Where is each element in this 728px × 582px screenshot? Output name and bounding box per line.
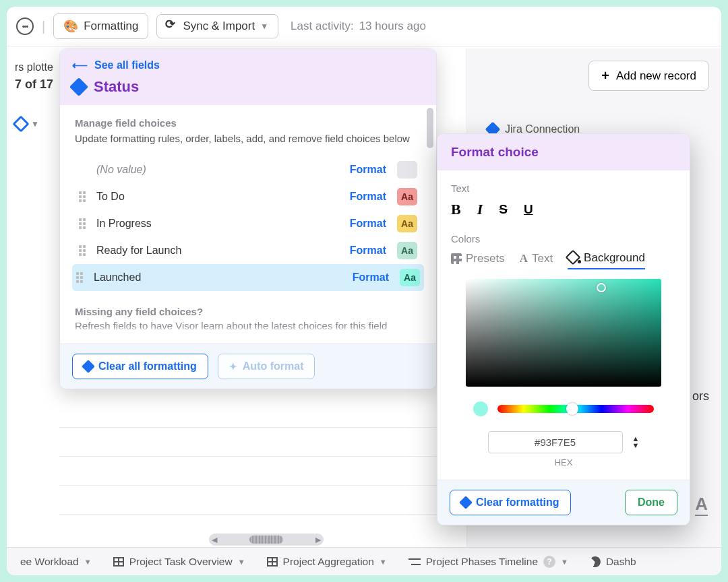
scroll-right-icon[interactable]: ▶: [315, 536, 321, 544]
swatch: Aa: [397, 215, 417, 232]
missing-heading: Missing any field choices?: [75, 306, 421, 317]
chevron-down-icon: ▼: [260, 22, 268, 31]
sv-cursor[interactable]: [597, 283, 606, 292]
formatting-button[interactable]: 🎨 Formatting: [53, 13, 148, 39]
choice-label: To Do: [96, 191, 342, 203]
tab-presets[interactable]: Presets: [451, 252, 505, 269]
drag-handle-icon[interactable]: [76, 271, 86, 284]
diamond-icon: [12, 115, 29, 132]
bold-button[interactable]: B: [451, 201, 461, 218]
strikethrough-button[interactable]: S: [499, 202, 508, 217]
horizontal-scrollbar[interactable]: ◀ ▶: [209, 534, 324, 546]
app-canvas: | 🎨 Formatting Sync & Import ▼ Last acti…: [7, 7, 721, 575]
tab-text-color[interactable]: A Text: [520, 252, 553, 269]
auto-format-button: ✦ Auto format: [218, 354, 315, 379]
choice-row-selected[interactable]: Launched Format Aa: [72, 264, 424, 291]
status-icon: [69, 77, 88, 96]
chevron-down-icon[interactable]: ▼: [561, 558, 568, 566]
saturation-value-picker[interactable]: [466, 279, 661, 387]
vertical-scrollbar[interactable]: [427, 108, 433, 148]
scrollbar-thumb[interactable]: [249, 536, 283, 544]
format-link[interactable]: Format: [350, 164, 386, 176]
add-record-label: Add new record: [616, 69, 696, 83]
hex-stepper[interactable]: ▲▼: [632, 436, 640, 449]
manage-description: Update formatting rules, order, labels, …: [75, 133, 421, 144]
add-record-button[interactable]: + Add new record: [588, 61, 709, 91]
sync-label: Sync & Import: [183, 20, 255, 33]
color-tabs: Presets A Text Background: [451, 251, 676, 269]
sheet-tab[interactable]: Project Phases Timeline ? ▼: [400, 550, 576, 573]
arrow-left-icon: ⟵: [72, 59, 88, 71]
format-indicator: A: [695, 494, 708, 516]
format-link[interactable]: Format: [350, 218, 386, 230]
choice-label: In Progress: [96, 218, 342, 230]
hue-slider[interactable]: [497, 405, 654, 413]
colors-section-label: Colors: [451, 233, 676, 245]
choice-row-no-value: (No value) Format Aa: [75, 156, 421, 183]
drag-handle-icon[interactable]: [79, 217, 88, 230]
spreadsheet-grid[interactable]: [59, 399, 458, 534]
sheet-tab-strip: ee Workload ▼ Project Task Overview ▼ Pr…: [7, 547, 721, 575]
choice-row[interactable]: Ready for Launch Format Aa: [75, 237, 421, 264]
plus-icon: +: [601, 68, 609, 84]
truncated-text: ors: [692, 389, 709, 403]
sheet-tab[interactable]: Project Aggregation ▼: [259, 550, 395, 573]
missing-description: Refresh fields to have Visor learn about…: [75, 320, 421, 331]
scroll-left-icon[interactable]: ◀: [212, 536, 217, 544]
divider: |: [42, 19, 45, 34]
format-choice-panel: Format choice Text B I S U Colors Preset…: [437, 133, 690, 525]
last-activity-label: Last activity:: [291, 20, 354, 33]
status-title-row: Status: [72, 78, 424, 96]
no-value-label: (No value): [96, 164, 146, 176]
tab-background-color[interactable]: Background: [568, 251, 645, 269]
help-icon[interactable]: ?: [543, 556, 555, 568]
panel-header: ⟵ See all fields Status: [60, 49, 436, 105]
hue-thumb[interactable]: [566, 403, 578, 415]
table-icon: [267, 557, 278, 567]
sync-icon: [166, 21, 177, 32]
clear-formatting-button[interactable]: Clear formatting: [450, 490, 571, 515]
fragment-text: rs plotte: [15, 59, 61, 75]
format-link[interactable]: Format: [353, 271, 389, 284]
jira-connection-row[interactable]: Jira Connection: [487, 91, 709, 135]
drag-handle-icon[interactable]: [79, 244, 88, 257]
sheet-tab[interactable]: Dashb: [582, 550, 644, 573]
formatting-label: Formatting: [84, 20, 138, 33]
hex-input-row: ▲▼: [451, 431, 676, 453]
chevron-down-icon[interactable]: ▼: [238, 558, 245, 566]
last-activity-value: 13 hours ago: [359, 20, 426, 33]
chevron-down-icon[interactable]: ▼: [380, 558, 387, 566]
timeline-icon: [408, 557, 421, 567]
clear-all-label: Clear all formatting: [98, 360, 197, 373]
text-section-label: Text: [451, 183, 676, 194]
chevron-down-icon[interactable]: ▼: [84, 558, 92, 566]
sheet-tab[interactable]: ee Workload ▼: [12, 550, 100, 573]
choice-label: Ready for Launch: [96, 245, 342, 257]
underline-button[interactable]: U: [524, 202, 533, 217]
done-button[interactable]: Done: [625, 490, 677, 515]
italic-button[interactable]: I: [477, 201, 483, 218]
comment-icon[interactable]: [16, 18, 34, 35]
format-choice-body: Text B I S U Colors Presets A Text: [437, 170, 690, 480]
choice-row[interactable]: In Progress Format Aa: [75, 210, 421, 237]
format-link[interactable]: Format: [350, 191, 386, 203]
presets-icon: [451, 253, 462, 264]
status-title: Status: [94, 78, 139, 96]
choice-row[interactable]: To Do Format Aa: [75, 183, 421, 210]
format-choice-title: Format choice: [437, 134, 690, 170]
bucket-icon: [568, 253, 580, 263]
format-link[interactable]: Format: [350, 245, 386, 257]
sync-import-button[interactable]: Sync & Import ▼: [156, 14, 278, 38]
clear-all-formatting-button[interactable]: Clear all formatting: [72, 354, 208, 379]
format-choice-footer: Clear formatting Done: [437, 480, 690, 525]
chart-icon: [588, 554, 603, 569]
drag-handle-icon[interactable]: [79, 190, 88, 203]
hex-input[interactable]: [488, 431, 623, 453]
chevron-down-icon: ▼: [31, 118, 39, 130]
text-color-icon: A: [520, 252, 528, 265]
stepper-down-icon[interactable]: ▼: [632, 443, 640, 449]
see-all-label: See all fields: [94, 59, 160, 71]
sheet-tab[interactable]: Project Task Overview ▼: [105, 550, 253, 573]
see-all-fields-link[interactable]: ⟵ See all fields: [72, 59, 424, 71]
field-chip[interactable]: ▼: [15, 118, 61, 130]
